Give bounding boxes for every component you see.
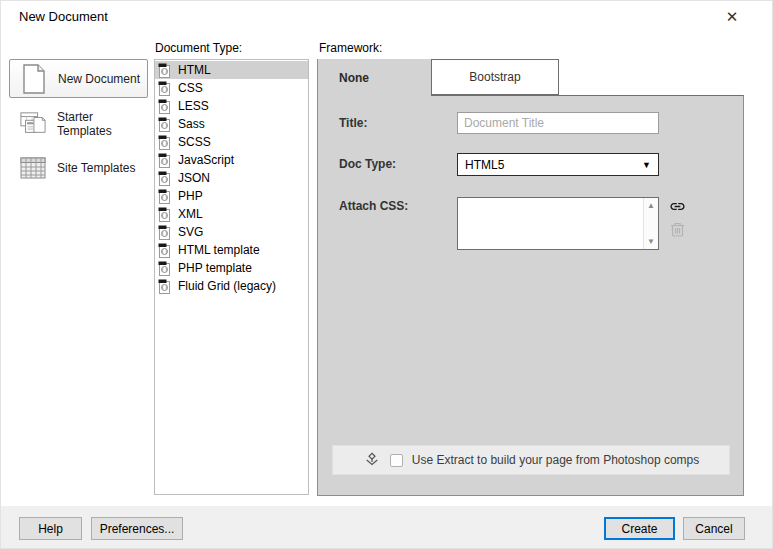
code-file-icon bbox=[158, 279, 171, 294]
doc-type-item-label: JSON bbox=[178, 171, 210, 185]
code-file-icon bbox=[158, 225, 171, 240]
code-file-icon bbox=[158, 171, 171, 186]
blank-page-icon bbox=[21, 64, 47, 94]
scroll-up-icon[interactable]: ▲ bbox=[644, 201, 658, 210]
doc-type-item-label: LESS bbox=[178, 99, 209, 113]
help-button[interactable]: Help bbox=[19, 517, 82, 540]
doc-type-field-label: Doc Type: bbox=[339, 157, 396, 171]
framework-label: Framework: bbox=[319, 41, 382, 55]
code-file-icon bbox=[158, 81, 171, 96]
remove-css-trash-icon[interactable] bbox=[670, 221, 685, 237]
doc-type-item-label: Sass bbox=[178, 117, 205, 131]
doc-type-item-label: SVG bbox=[178, 225, 203, 239]
doc-type-item[interactable]: XML bbox=[155, 205, 308, 223]
tab-none[interactable]: None bbox=[317, 59, 431, 96]
doc-type-item[interactable]: SCSS bbox=[155, 133, 308, 151]
framework-section: None Bootstrap Title: Doc Type: HTML5 ▼ … bbox=[317, 59, 744, 496]
doc-type-item-label: SCSS bbox=[178, 135, 211, 149]
extract-checkbox-label: Use Extract to build your page from Phot… bbox=[412, 453, 699, 467]
sidebar-item-label: Site Templates bbox=[57, 161, 136, 175]
code-file-icon bbox=[158, 243, 171, 258]
doc-type-item-label: HTML template bbox=[178, 243, 260, 257]
title-label: Title: bbox=[339, 116, 367, 130]
doc-type-item-label: JavaScript bbox=[178, 153, 234, 167]
doc-type-item-label: Fluid Grid (legacy) bbox=[178, 279, 276, 293]
doc-type-item[interactable]: JSON bbox=[155, 169, 308, 187]
close-icon[interactable]: ✕ bbox=[719, 5, 745, 29]
code-file-icon bbox=[158, 261, 171, 276]
doc-type-item[interactable]: Fluid Grid (legacy) bbox=[155, 277, 308, 295]
scroll-down-icon[interactable]: ▼ bbox=[644, 237, 658, 246]
doc-type-item[interactable]: HTML template bbox=[155, 241, 308, 259]
chevron-down-icon: ▼ bbox=[642, 160, 651, 170]
extract-layers-icon bbox=[363, 451, 381, 469]
dialog-footer: Help Preferences... Create Cancel bbox=[1, 506, 773, 549]
extract-option-bar: Use Extract to build your page from Phot… bbox=[332, 445, 730, 475]
doc-type-item-label: CSS bbox=[178, 81, 203, 95]
site-templates-icon bbox=[20, 157, 46, 179]
code-file-icon bbox=[158, 135, 171, 150]
attach-css-listbox[interactable]: ▲ ▼ bbox=[457, 197, 659, 250]
preferences-button[interactable]: Preferences... bbox=[91, 517, 183, 540]
cancel-button[interactable]: Cancel bbox=[683, 517, 745, 540]
starter-templates-icon bbox=[20, 111, 46, 137]
create-button[interactable]: Create bbox=[604, 517, 675, 540]
sidebar-item-new-document[interactable]: New Document bbox=[9, 59, 148, 98]
doc-type-item[interactable]: PHP bbox=[155, 187, 308, 205]
code-file-icon bbox=[158, 99, 171, 114]
doc-type-dropdown[interactable]: HTML5 ▼ bbox=[457, 153, 659, 176]
document-type-list: HTMLCSSLESSSassSCSSJavaScriptJSONPHPXMLS… bbox=[154, 59, 309, 495]
doc-type-item[interactable]: JavaScript bbox=[155, 151, 308, 169]
doc-type-item-label: PHP template bbox=[178, 261, 252, 275]
code-file-icon bbox=[158, 153, 171, 168]
code-file-icon bbox=[158, 207, 171, 222]
framework-panel: Title: Doc Type: HTML5 ▼ Attach CSS: ▲ ▼ bbox=[317, 95, 744, 496]
document-type-label: Document Type: bbox=[155, 41, 242, 55]
code-file-icon bbox=[158, 63, 171, 78]
attach-css-scrollbar[interactable]: ▲ ▼ bbox=[643, 198, 658, 249]
sidebar-item-label: New Document bbox=[58, 72, 140, 86]
new-document-dialog: New Document ✕ New Document Starter Temp… bbox=[0, 0, 773, 549]
doc-type-item[interactable]: HTML bbox=[155, 61, 308, 79]
title-input[interactable] bbox=[457, 112, 659, 134]
sidebar-item-site-templates[interactable]: Site Templates bbox=[9, 150, 148, 186]
doc-type-item[interactable]: SVG bbox=[155, 223, 308, 241]
attach-css-label: Attach CSS: bbox=[339, 199, 408, 213]
doc-type-selected-value: HTML5 bbox=[465, 158, 504, 172]
doc-type-item[interactable]: Sass bbox=[155, 115, 308, 133]
tab-bootstrap[interactable]: Bootstrap bbox=[431, 59, 559, 95]
extract-checkbox[interactable] bbox=[390, 454, 403, 467]
doc-type-item[interactable]: LESS bbox=[155, 97, 308, 115]
sidebar-item-starter-templates[interactable]: Starter Templates bbox=[9, 106, 148, 142]
doc-type-item-label: HTML bbox=[178, 63, 211, 77]
dialog-title: New Document bbox=[19, 9, 108, 24]
sidebar-item-label: Starter Templates bbox=[57, 110, 148, 138]
code-file-icon bbox=[158, 189, 171, 204]
doc-type-item-label: XML bbox=[178, 207, 203, 221]
code-file-icon bbox=[158, 117, 171, 132]
doc-type-item-label: PHP bbox=[178, 189, 203, 203]
doc-type-item[interactable]: CSS bbox=[155, 79, 308, 97]
doc-type-item[interactable]: PHP template bbox=[155, 259, 308, 277]
attach-css-link-icon[interactable] bbox=[669, 198, 686, 215]
